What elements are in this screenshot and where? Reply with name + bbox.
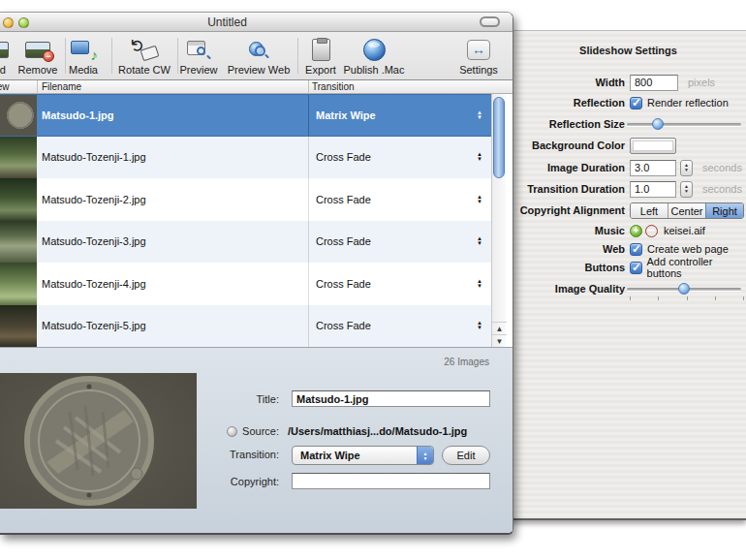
source-reveal-icon[interactable]: [227, 426, 237, 437]
transition-duration-row: Transition Duration ▲ ▼ seconds: [511, 180, 746, 198]
transition-stepper-icon[interactable]: ▲▼: [477, 195, 482, 204]
rotate-cw-button[interactable]: ↻ Rotate CW: [115, 35, 173, 77]
image-list: Matsudo-1.jpg Matrix Wipe ▲▼ Matsudo-Toz…: [0, 94, 513, 347]
stepper-down-icon: ▼: [684, 168, 689, 172]
slider-thumb[interactable]: [652, 118, 664, 130]
screen: Slideshow Settings Width pixels Reflecti…: [0, 0, 746, 560]
list-row[interactable]: Matsudo-Tozenji-5.jpg Cross Fade ▲▼: [0, 305, 491, 348]
music-remove-button[interactable]: −: [645, 225, 658, 237]
transition-stepper-icon[interactable]: ▲▼: [477, 152, 482, 162]
column-header-filename[interactable]: Filename: [42, 81, 81, 93]
export-button[interactable]: Export: [296, 35, 345, 77]
background-color-well[interactable]: [630, 138, 676, 154]
publish-mac-button[interactable]: Publish .Mac: [340, 35, 408, 77]
list-row[interactable]: Matsudo-1.jpg Matrix Wipe ▲▼: [0, 94, 491, 137]
scrollbar-thumb[interactable]: [493, 97, 505, 178]
list-row[interactable]: Matsudo-Tozenji-4.jpg Cross Fade ▲▼: [0, 263, 491, 305]
slider-thumb[interactable]: [678, 283, 690, 295]
row-transition-popup[interactable]: Cross Fade ▲▼: [308, 263, 491, 305]
images-count: 26 Images: [444, 357, 489, 367]
vertical-scrollbar[interactable]: ▲ ▼: [491, 94, 506, 347]
row-transition-popup[interactable]: Cross Fade ▲▼: [308, 178, 491, 221]
preview-button[interactable]: Preview: [172, 35, 225, 77]
background-color-row: Background Color: [511, 137, 746, 154]
transition-duration-input[interactable]: [630, 181, 676, 198]
row-filename: Matsudo-Tozenji-3.jpg: [37, 221, 308, 264]
list-row[interactable]: Matsudo-Tozenji-2.jpg Cross Fade ▲▼: [0, 178, 491, 221]
drawer-title: Slideshow Settings: [511, 45, 746, 56]
column-header-preview[interactable]: Preview: [0, 81, 10, 93]
preview-icon: [186, 39, 211, 60]
image-quality-slider[interactable]: [627, 282, 741, 296]
copyright-alignment-label: Copyright Alignment: [511, 202, 625, 219]
main-window: Untitled + Add − Remove ♪ Media: [0, 12, 513, 535]
source-field-label: Source:: [155, 425, 279, 437]
remove-button[interactable]: − Remove: [14, 35, 62, 77]
image-quality-row: Image Quality: [511, 280, 746, 297]
music-label: Music: [511, 222, 625, 239]
width-input[interactable]: [630, 75, 678, 91]
minimize-button[interactable]: [3, 17, 14, 28]
source-path: /Users/matthiasj...do/Matsudo-1.jpg: [288, 425, 467, 437]
minus-icon: −: [649, 225, 655, 236]
settings-drawer: Slideshow Settings Width pixels Reflecti…: [511, 30, 746, 520]
row-transition-value: Cross Fade: [316, 320, 371, 331]
buttons-checkbox[interactable]: ✓: [630, 262, 642, 274]
segment-right[interactable]: Right: [705, 203, 743, 218]
row-filename: Matsudo-Tozenji-2.jpg: [37, 178, 308, 221]
width-label: Width: [511, 74, 625, 91]
web-checkbox-label: Create web page: [647, 243, 729, 255]
media-button[interactable]: ♪ Media: [59, 35, 108, 77]
titlebar[interactable]: Untitled: [0, 13, 513, 32]
reflection-checkbox[interactable]: ✓: [630, 97, 642, 109]
stepper-down-icon: ▼: [684, 189, 689, 194]
copyright-field-label: Copyright:: [155, 476, 279, 487]
column-divider[interactable]: [37, 80, 38, 94]
music-add-button[interactable]: +: [630, 225, 642, 237]
reflection-size-slider[interactable]: [627, 117, 741, 131]
add-photo-icon: +: [0, 42, 9, 58]
row-transition-popup[interactable]: Cross Fade ▲▼: [308, 137, 491, 179]
segment-center[interactable]: Center: [668, 203, 705, 218]
image-duration-input[interactable]: [630, 160, 676, 176]
transition-stepper-icon[interactable]: ▲▼: [477, 236, 482, 246]
list-row[interactable]: Matsudo-Tozenji-1.jpg Cross Fade ▲▼: [0, 137, 491, 179]
list-row[interactable]: Matsudo-Tozenji-3.jpg Cross Fade ▲▼: [0, 221, 491, 264]
plus-icon: +: [634, 225, 639, 236]
transition-stepper-icon[interactable]: ▲▼: [477, 279, 482, 289]
image-duration-stepper[interactable]: ▲ ▼: [680, 160, 693, 176]
scroll-up-arrow[interactable]: ▲: [492, 322, 507, 334]
transition-duration-stepper[interactable]: ▲ ▼: [680, 181, 693, 198]
image-quality-label: Image Quality: [511, 280, 625, 297]
reflection-size-label: Reflection Size: [511, 115, 625, 133]
transition-stepper-icon[interactable]: ▲▼: [477, 110, 482, 120]
transition-stepper-icon[interactable]: ▲▼: [477, 321, 482, 330]
transition-popup-value: Matrix Wipe: [300, 450, 360, 461]
image-duration-label: Image Duration: [511, 159, 625, 176]
reflection-size-row: Reflection Size: [511, 115, 746, 133]
window-title: Untitled: [58, 13, 396, 32]
edit-button[interactable]: Edit: [442, 446, 490, 465]
row-thumbnail: [0, 137, 37, 179]
export-icon: [312, 39, 330, 61]
title-input[interactable]: [292, 390, 490, 407]
copyright-input[interactable]: [292, 473, 490, 489]
segment-left[interactable]: Left: [631, 203, 668, 218]
row-transition-popup[interactable]: Cross Fade ▲▼: [308, 221, 491, 264]
popup-arrows-icon: ▲▼: [417, 447, 433, 465]
minus-badge-icon: −: [43, 50, 54, 62]
zoom-button[interactable]: [18, 17, 29, 28]
column-divider[interactable]: [308, 80, 309, 94]
settings-button[interactable]: ↔ Settings: [452, 35, 505, 77]
scroll-down-arrow[interactable]: ▼: [492, 334, 507, 347]
row-transition-value: Cross Fade: [316, 194, 371, 205]
transition-popup[interactable]: Matrix Wipe ▲▼: [292, 446, 434, 465]
row-transition-popup[interactable]: Cross Fade ▲▼: [308, 305, 491, 348]
web-checkbox[interactable]: ✓: [630, 243, 642, 256]
preview-web-button[interactable]: Preview Web: [225, 35, 293, 77]
row-transition-popup[interactable]: Matrix Wipe ▲▼: [308, 95, 491, 136]
column-header-transition[interactable]: Transition: [312, 81, 355, 93]
width-row: Width pixels: [511, 74, 746, 91]
music-file-name: keisei.aif: [664, 225, 705, 236]
toolbar-toggle-pill[interactable]: [480, 16, 500, 27]
